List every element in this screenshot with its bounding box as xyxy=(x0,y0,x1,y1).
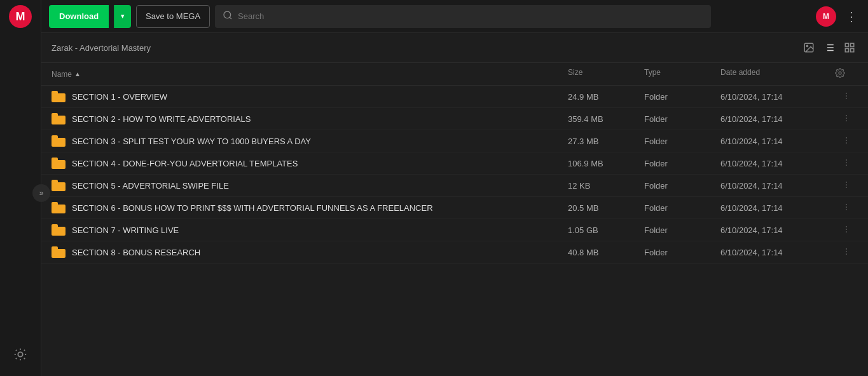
row-options[interactable] xyxy=(835,91,858,102)
file-date: 6/10/2024, 17:14 xyxy=(720,92,835,102)
user-avatar[interactable]: M xyxy=(816,6,836,27)
settings-icon[interactable] xyxy=(9,343,32,366)
download-button[interactable]: Download xyxy=(49,5,109,28)
breadcrumb-bar: Zarak - Advertorial Mastery xyxy=(41,33,868,63)
table-row[interactable]: SECTION 8 - BONUS RESEARCH 40.8 MB Folde… xyxy=(41,241,868,264)
header-name[interactable]: Name ▲ xyxy=(52,68,568,80)
file-type: Folder xyxy=(644,181,720,191)
file-size: 40.8 MB xyxy=(568,248,644,257)
more-options-button[interactable]: ⋮ xyxy=(843,6,860,27)
svg-point-22 xyxy=(846,137,847,138)
folder-icon xyxy=(52,113,65,124)
folder-icon xyxy=(52,135,65,147)
table-row[interactable]: SECTION 3 - SPLIT TEST YOUR WAY TO 1000 … xyxy=(41,130,868,152)
file-size: 20.5 MB xyxy=(568,203,644,213)
svg-point-16 xyxy=(846,93,847,94)
svg-point-33 xyxy=(846,209,847,210)
svg-rect-12 xyxy=(851,43,854,46)
file-name: SECTION 6 - BONUS HOW TO PRINT $$$ WITH … xyxy=(72,203,433,213)
file-date: 6/10/2024, 17:14 xyxy=(720,181,835,191)
svg-point-1 xyxy=(224,11,231,18)
file-name: SECTION 1 - OVERVIEW xyxy=(72,92,167,102)
svg-rect-13 xyxy=(845,49,848,52)
breadcrumb: Zarak - Advertorial Mastery xyxy=(52,43,151,53)
svg-point-21 xyxy=(846,120,847,121)
svg-point-4 xyxy=(806,45,808,46)
file-type: Folder xyxy=(644,159,720,168)
svg-line-2 xyxy=(230,17,231,19)
file-date: 6/10/2024, 17:14 xyxy=(720,137,835,146)
row-options[interactable] xyxy=(835,225,858,236)
row-options[interactable] xyxy=(835,136,858,147)
sidebar-collapse-button[interactable]: » xyxy=(32,184,50,202)
topbar-right: M ⋮ xyxy=(816,6,860,27)
table-header: Name ▲ Size Type Date added xyxy=(41,63,868,86)
svg-point-0 xyxy=(18,352,22,356)
file-date: 6/10/2024, 17:14 xyxy=(720,114,835,124)
file-type: Folder xyxy=(644,92,720,102)
file-name: SECTION 4 - DONE-FOR-YOU ADVERTORIAL TEM… xyxy=(72,159,298,168)
image-view-button[interactable] xyxy=(801,39,817,56)
file-type: Folder xyxy=(644,248,720,257)
file-type: Folder xyxy=(644,137,720,146)
svg-point-27 xyxy=(846,164,847,166)
file-type: Folder xyxy=(644,203,720,213)
table-row[interactable]: SECTION 7 - WRITING LIVE 1.05 GB Folder … xyxy=(41,219,868,241)
row-options[interactable] xyxy=(835,114,858,124)
search-input[interactable] xyxy=(238,11,703,21)
svg-point-26 xyxy=(846,162,847,163)
svg-point-39 xyxy=(846,253,847,255)
save-to-mega-button[interactable]: Save to MEGA xyxy=(136,5,210,28)
mega-logo[interactable]: M xyxy=(9,5,32,28)
table-row[interactable]: SECTION 2 - HOW TO WRITE ADVERTORIALS 35… xyxy=(41,108,868,130)
header-size: Size xyxy=(568,68,644,80)
table-row[interactable]: SECTION 5 - ADVERTORIAL SWIPE FILE 12 KB… xyxy=(41,175,868,197)
svg-point-32 xyxy=(846,206,847,208)
file-size: 24.9 MB xyxy=(568,92,644,102)
download-dropdown-button[interactable]: ▾ xyxy=(114,5,131,28)
folder-icon xyxy=(52,158,65,169)
file-type: Folder xyxy=(644,225,720,235)
file-name: SECTION 5 - ADVERTORIAL SWIPE FILE xyxy=(72,181,229,191)
row-options[interactable] xyxy=(835,203,858,213)
file-date: 6/10/2024, 17:14 xyxy=(720,159,835,168)
main-content: Download ▾ Save to MEGA M ⋮ Zarak - Adve… xyxy=(41,0,868,376)
file-size: 27.3 MB xyxy=(568,137,644,146)
file-name: SECTION 3 - SPLIT TEST YOUR WAY TO 1000 … xyxy=(72,137,311,146)
svg-point-30 xyxy=(846,187,847,188)
file-name: SECTION 8 - BONUS RESEARCH xyxy=(72,248,200,257)
svg-point-37 xyxy=(846,248,847,250)
row-options[interactable] xyxy=(835,158,858,169)
svg-point-35 xyxy=(846,229,847,230)
svg-point-38 xyxy=(846,251,847,252)
svg-point-20 xyxy=(846,117,847,119)
view-toggle xyxy=(801,39,858,56)
table-row[interactable]: SECTION 4 - DONE-FOR-YOU ADVERTORIAL TEM… xyxy=(41,152,868,175)
svg-point-17 xyxy=(846,95,847,97)
header-type: Type xyxy=(644,68,720,80)
grid-view-button[interactable] xyxy=(841,39,858,56)
svg-point-15 xyxy=(839,72,841,74)
search-bar xyxy=(215,5,711,28)
table-row[interactable]: SECTION 1 - OVERVIEW 24.9 MB Folder 6/10… xyxy=(41,86,868,108)
file-date: 6/10/2024, 17:14 xyxy=(720,248,835,257)
row-options[interactable] xyxy=(835,247,858,258)
folder-icon xyxy=(52,180,65,191)
svg-point-19 xyxy=(846,115,847,116)
row-options[interactable] xyxy=(835,180,858,191)
file-date: 6/10/2024, 17:14 xyxy=(720,225,835,235)
file-size: 12 KB xyxy=(568,181,644,191)
svg-point-29 xyxy=(846,184,847,185)
sort-arrow-icon: ▲ xyxy=(74,70,81,77)
file-table: Name ▲ Size Type Date added SECTION 1 - … xyxy=(41,63,868,376)
folder-icon xyxy=(52,91,65,102)
header-date: Date added xyxy=(720,68,835,80)
svg-point-23 xyxy=(846,140,847,141)
topbar: Download ▾ Save to MEGA M ⋮ xyxy=(41,0,868,33)
svg-point-28 xyxy=(846,182,847,183)
file-rows-container: SECTION 1 - OVERVIEW 24.9 MB Folder 6/10… xyxy=(41,86,868,264)
table-row[interactable]: SECTION 6 - BONUS HOW TO PRINT $$$ WITH … xyxy=(41,197,868,219)
svg-point-25 xyxy=(846,159,847,161)
svg-point-18 xyxy=(846,98,847,99)
list-view-button[interactable] xyxy=(821,39,837,56)
